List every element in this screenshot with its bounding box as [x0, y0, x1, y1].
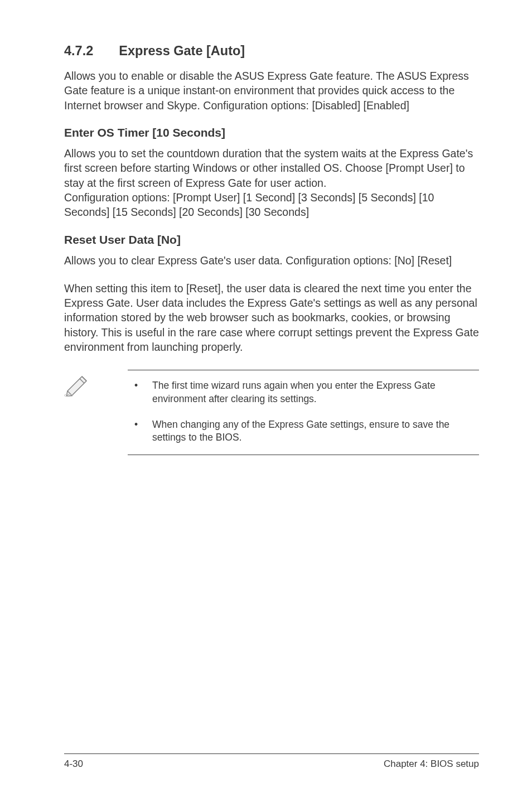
bullet-icon: • — [128, 379, 152, 405]
sub2-body2: When setting this item to [Reset], the u… — [64, 281, 479, 355]
section-title: 4.7.2Express Gate [Auto] — [64, 44, 479, 59]
page-footer: 4-30 Chapter 4: BIOS setup — [64, 753, 479, 770]
note-section: • The first time wizard runs again when … — [64, 370, 479, 455]
section-number: 4.7.2 — [64, 44, 93, 59]
note-text-2: When changing any of the Express Gate se… — [152, 418, 479, 445]
sub1-heading: Enter OS Timer [10 Seconds] — [64, 126, 479, 139]
note-item: • When changing any of the Express Gate … — [128, 418, 479, 445]
page-number: 4-30 — [64, 758, 83, 770]
note-text-1: The first time wizard runs again when yo… — [152, 379, 479, 405]
section-heading-text: Express Gate [Auto] — [119, 44, 245, 58]
chapter-label: Chapter 4: BIOS setup — [384, 758, 479, 770]
sub2-heading: Reset User Data [No] — [64, 233, 479, 247]
pencil-icon — [64, 372, 95, 399]
section-intro: Allows you to enable or disable the ASUS… — [64, 69, 479, 113]
sub1-body: Allows you to set the countdown duration… — [64, 146, 479, 220]
sub2-body1: Allows you to clear Express Gate's user … — [64, 253, 479, 268]
bullet-icon: • — [128, 418, 152, 445]
note-item: • The first time wizard runs again when … — [128, 379, 479, 405]
page-content: 4.7.2Express Gate [Auto] Allows you to e… — [0, 0, 532, 455]
note-box: • The first time wizard runs again when … — [128, 370, 479, 455]
